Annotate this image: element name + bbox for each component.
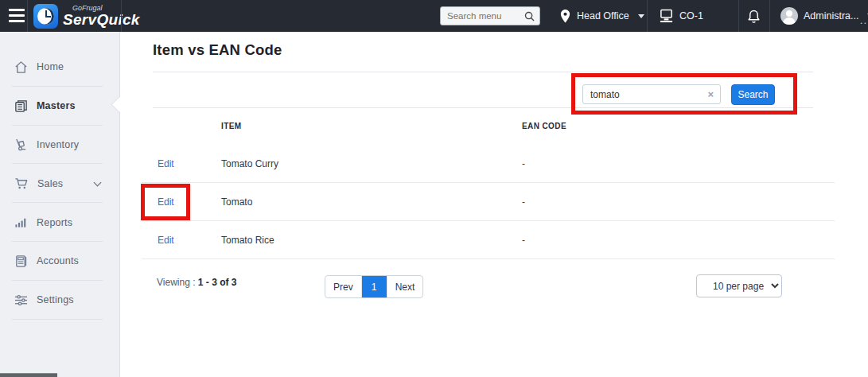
location-label: Head Office [577, 10, 629, 21]
sidebar: Home Masters Inventory [0, 32, 120, 377]
brand-logo[interactable]: GoFrugal ServQuick [33, 3, 140, 29]
user-avatar-icon [780, 7, 798, 25]
pos-terminal-icon [659, 9, 674, 23]
topbar-divider [121, 0, 122, 32]
topbar-divider [769, 0, 770, 32]
pagination: Prev 1 Next [325, 275, 423, 298]
notifications-button[interactable] [747, 0, 761, 32]
ean-code-value: - [522, 235, 525, 246]
column-header-ean: EAN CODE [522, 122, 566, 130]
topbar: GoFrugal ServQuick Head Office [0, 0, 868, 32]
sidebar-item-inventory[interactable]: Inventory [0, 126, 119, 165]
topbar-divider [738, 0, 739, 32]
page-title: Item vs EAN Code [153, 41, 282, 59]
bell-icon [747, 9, 761, 24]
home-icon [14, 60, 28, 74]
sales-cart-icon [14, 177, 29, 190]
user-label: Administra... [804, 10, 858, 21]
location-pin-icon [559, 9, 571, 24]
hamburger-menu-icon[interactable] [6, 6, 27, 26]
sidebar-item-label: Settings [37, 294, 74, 305]
overflow-dots: .. [860, 14, 867, 26]
item-name: Tomato Rice [221, 235, 274, 246]
clear-icon[interactable]: × [707, 89, 714, 99]
sidebar-item-reports[interactable]: Reports [0, 203, 119, 242]
sidebar-divider [12, 319, 103, 320]
clock-logo-icon [33, 4, 58, 29]
table-row: Edit Tomato Curry - [142, 145, 835, 183]
sidebar-item-label: Sales [37, 178, 63, 189]
column-header-item: ITEM [221, 122, 242, 130]
menu-search-box [440, 6, 540, 25]
sidebar-item-label: Reports [37, 217, 72, 228]
divider [153, 72, 813, 72]
app-window: GoFrugal ServQuick Head Office [0, 0, 868, 377]
viewing-label: Viewing : [157, 277, 195, 288]
sidebar-item-settings[interactable]: Settings [0, 281, 119, 320]
sidebar-item-home[interactable]: Home [0, 48, 119, 87]
item-name: Tomato [221, 196, 252, 208]
sidebar-item-accounts[interactable]: Accounts [0, 242, 119, 281]
masters-icon [14, 99, 28, 113]
topbar-divider [647, 0, 648, 32]
horizontal-scrollbar-thumb[interactable] [0, 373, 57, 377]
current-page-button[interactable]: 1 [362, 276, 387, 297]
divider [153, 107, 813, 108]
edit-link[interactable]: Edit [158, 196, 174, 208]
edit-link[interactable]: Edit [158, 235, 174, 246]
ean-code-value: - [522, 158, 525, 169]
search-icon[interactable] [524, 11, 535, 21]
table-row: Edit Tomato - [142, 183, 835, 221]
table-header: ITEM EAN CODE [142, 118, 835, 135]
sidebar-item-sales[interactable]: Sales [0, 164, 119, 203]
menu-search-input[interactable] [441, 11, 524, 21]
item-name: Tomato Curry [221, 158, 278, 169]
next-page-button[interactable]: Next [387, 276, 423, 297]
register-label: CO-1 [679, 10, 703, 21]
brand-large-label: ServQuick [63, 11, 140, 28]
reports-icon [14, 216, 28, 229]
chevron-down-icon [638, 14, 644, 18]
topbar-divider [27, 0, 28, 32]
per-page-select[interactable]: 10 per page [696, 274, 782, 297]
viewing-range: 1 - 3 of 3 [198, 277, 237, 288]
sidebar-item-label: Inventory [37, 139, 79, 150]
item-search-input[interactable] [583, 89, 707, 100]
edit-link[interactable]: Edit [158, 158, 174, 169]
prev-page-button[interactable]: Prev [325, 276, 362, 297]
sidebar-item-label: Home [37, 61, 64, 72]
sidebar-item-masters[interactable]: Masters [0, 87, 119, 126]
inventory-icon [14, 138, 28, 151]
main-content: Item vs EAN Code × Search ITEM EAN CODE … [120, 32, 868, 377]
ean-code-value: - [522, 196, 525, 208]
table-row: Edit Tomato Rice - [142, 221, 835, 259]
sidebar-item-label: Accounts [37, 255, 79, 266]
settings-sliders-icon [14, 293, 28, 307]
item-search-box: × [582, 84, 721, 104]
viewing-status: Viewing : 1 - 3 of 3 [157, 277, 237, 288]
register-selector[interactable]: CO-1 [659, 0, 703, 32]
search-button[interactable]: Search [731, 84, 775, 105]
brand-text: GoFrugal ServQuick [63, 5, 140, 27]
sidebar-item-label: Masters [37, 100, 76, 111]
user-menu[interactable]: Administra... [780, 0, 868, 32]
location-selector[interactable]: Head Office [559, 0, 644, 32]
chevron-down-icon [94, 178, 102, 186]
accounts-icon [14, 255, 28, 268]
